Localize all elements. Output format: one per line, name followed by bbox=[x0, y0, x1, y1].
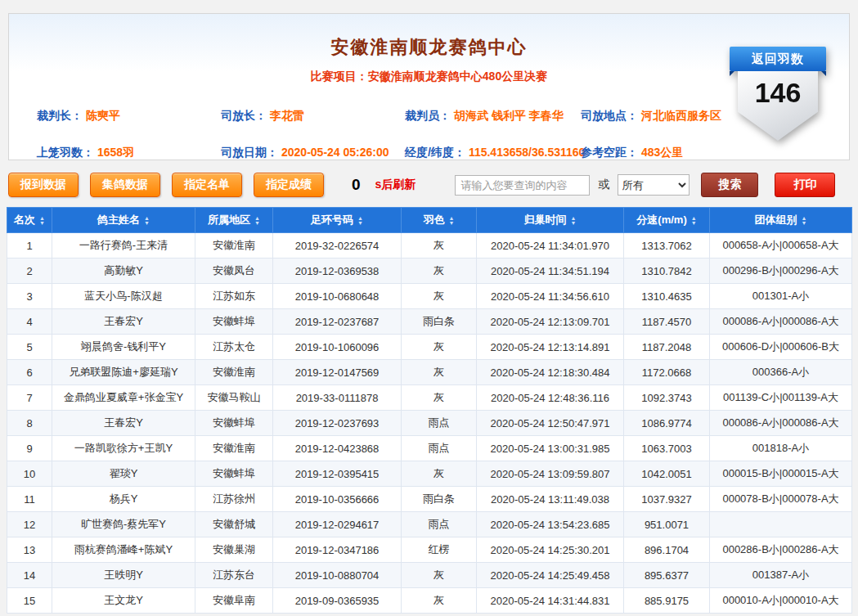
cell-ring-number: 2019-12-0237687 bbox=[273, 309, 402, 335]
sort-icon[interactable]: ▲▼ bbox=[357, 216, 363, 226]
cell-arrival-time: 2020-05-24 14:25:30.201 bbox=[477, 537, 624, 563]
column-header-team-group[interactable]: 团体组别▲▼ bbox=[710, 208, 852, 233]
cell-owner: 兄弟联盟陈迪+廖延瑞Y bbox=[52, 360, 195, 385]
filter-select[interactable]: 所有 bbox=[618, 174, 690, 196]
cell-ring-number: 2019-12-0395415 bbox=[273, 461, 402, 487]
table-row: 2高勤敏Y安徽凤台2019-12-0369538灰2020-05-24 11:3… bbox=[7, 259, 852, 284]
info-value: 2020-05-24 05:26:00 bbox=[281, 146, 389, 159]
sort-down-icon: ▼ bbox=[449, 221, 455, 226]
column-header-arrival-time[interactable]: 归巢时间▲▼ bbox=[477, 208, 624, 233]
cell-owner: 金鼎鸽业夏威章+张金宝Y bbox=[52, 385, 195, 411]
cell-feather-color: 雨点 bbox=[402, 512, 477, 537]
cell-owner: 雨杭赛鸽潘峰+陈斌Y bbox=[52, 537, 195, 563]
cell-rank: 12 bbox=[7, 512, 52, 537]
cell-speed: 1092.3743 bbox=[624, 385, 710, 411]
sort-icon[interactable]: ▲▼ bbox=[449, 216, 455, 226]
sort-icon[interactable]: ▲▼ bbox=[144, 216, 150, 226]
info-label: 经度/纬度： bbox=[405, 146, 465, 159]
cell-speed: 895.6377 bbox=[624, 563, 710, 588]
cell-rank: 8 bbox=[7, 411, 52, 436]
results-table-body: 1一路行赛鸽-王来清安徽淮南2019-32-0226574灰2020-05-24… bbox=[7, 233, 852, 614]
basketing-data-button[interactable]: 集鸽数据 bbox=[90, 173, 160, 197]
cell-feather-color: 雨点 bbox=[402, 436, 477, 461]
cell-speed: 951.0071 bbox=[624, 512, 710, 537]
column-header-feather-color[interactable]: 羽色▲▼ bbox=[402, 208, 477, 233]
cell-team-group: 000086-A小|000086-A大 bbox=[710, 411, 852, 436]
info-label: 参考空距： bbox=[581, 146, 638, 159]
info-label: 裁判长： bbox=[37, 109, 83, 122]
cell-rank: 2 bbox=[7, 259, 52, 284]
cell-region: 安徽凤台 bbox=[195, 259, 273, 284]
cell-speed: 885.9175 bbox=[624, 588, 710, 614]
column-label: 团体组别 bbox=[755, 214, 797, 226]
cell-rank: 9 bbox=[7, 436, 52, 461]
search-input[interactable] bbox=[455, 175, 590, 196]
cell-rank: 1 bbox=[7, 233, 52, 259]
cell-region: 江苏东台 bbox=[195, 563, 273, 588]
cell-feather-color: 灰 bbox=[402, 284, 477, 309]
cell-ring-number: 2019-32-0226574 bbox=[273, 233, 402, 259]
cell-owner: 王春宏Y bbox=[52, 309, 195, 335]
cell-speed: 1042.0051 bbox=[624, 461, 710, 487]
table-row: 13雨杭赛鸽潘峰+陈斌Y安徽巢湖2019-12-0347186红楞2020-05… bbox=[7, 537, 852, 563]
results-table: 名次▲▼ 鸽主姓名▲▼ 所属地区▲▼ 足环号码▲▼ 羽色▲▼ 归巢时间▲▼ 分速… bbox=[7, 207, 852, 614]
column-header-ring-number[interactable]: 足环号码▲▼ bbox=[273, 208, 402, 233]
table-row: 12旷世赛鸽-蔡先军Y安徽舒城2019-12-0294617雨点2020-05-… bbox=[7, 512, 852, 537]
returned-count-badge: 返回羽数 146 bbox=[730, 47, 826, 141]
cell-arrival-time: 2020-05-24 13:11:49.038 bbox=[477, 487, 624, 512]
column-header-owner[interactable]: 鸽主姓名▲▼ bbox=[52, 208, 195, 233]
cell-team-group: 000606-D小|000606-B大 bbox=[710, 335, 852, 360]
sort-icon[interactable]: ▲▼ bbox=[691, 216, 697, 226]
cell-feather-color: 灰 bbox=[402, 588, 477, 614]
info-value: 483公里 bbox=[641, 146, 683, 159]
nominated-results-button[interactable]: 指定成绩 bbox=[254, 173, 324, 197]
badge-shield: 146 bbox=[738, 69, 818, 141]
cell-arrival-time: 2020-05-24 14:25:49.458 bbox=[477, 563, 624, 588]
sort-icon[interactable]: ▲▼ bbox=[571, 216, 577, 226]
table-row: 8王春宏Y安徽蚌埠2019-12-0237693雨点2020-05-24 12:… bbox=[7, 411, 852, 436]
cell-rank: 14 bbox=[7, 563, 52, 588]
nominated-list-button[interactable]: 指定名单 bbox=[172, 173, 242, 197]
cell-feather-color: 灰 bbox=[402, 385, 477, 411]
cell-speed: 1086.9774 bbox=[624, 411, 710, 436]
column-header-rank[interactable]: 名次▲▼ bbox=[7, 208, 52, 233]
column-label: 归巢时间 bbox=[524, 214, 567, 226]
column-header-region[interactable]: 所属地区▲▼ bbox=[195, 208, 273, 233]
cell-feather-color: 灰 bbox=[402, 335, 477, 360]
sort-icon[interactable]: ▲▼ bbox=[254, 216, 260, 226]
cell-team-group: 000296-B小|000296-A大 bbox=[710, 259, 852, 284]
column-label: 足环号码 bbox=[311, 214, 353, 226]
column-header-speed[interactable]: 分速(m/m)▲▼ bbox=[624, 208, 710, 233]
cell-feather-color: 灰 bbox=[402, 360, 477, 385]
info-chief-judge: 裁判长：陈奭平 bbox=[37, 109, 221, 124]
search-button[interactable]: 搜索 bbox=[701, 173, 758, 197]
cell-feather-color: 雨白条 bbox=[402, 487, 477, 512]
toolbar: 报到数据 集鸽数据 指定名单 指定成绩 0 s后刷新 或 所有 搜索 打印 bbox=[8, 172, 850, 198]
column-label: 名次 bbox=[14, 214, 35, 226]
cell-speed: 1063.7003 bbox=[624, 436, 710, 461]
cell-arrival-time: 2020-05-24 12:48:36.116 bbox=[477, 385, 624, 411]
info-value: 胡海武 钱利平 李春华 bbox=[454, 109, 564, 122]
refresh-label: s后刷新 bbox=[375, 178, 416, 192]
info-coordinates: 经度/纬度：115.413658/36.531160 bbox=[405, 146, 581, 160]
cell-arrival-time: 2020-05-24 11:34:56.610 bbox=[477, 284, 624, 309]
cell-region: 安徽淮南 bbox=[195, 233, 273, 259]
cell-rank: 3 bbox=[7, 284, 52, 309]
cell-team-group: 001139-C小|001139-A大 bbox=[710, 385, 852, 411]
cell-owner: 一路凯歌徐方+王凯Y bbox=[52, 436, 195, 461]
sort-down-icon: ▼ bbox=[39, 221, 45, 226]
page-title: 安徽淮南顺龙赛鸽中心 bbox=[9, 14, 849, 60]
cell-arrival-time: 2020-05-24 12:13:09.701 bbox=[477, 309, 624, 335]
cell-speed: 1187.2048 bbox=[624, 335, 710, 360]
or-label: 或 bbox=[598, 178, 609, 192]
sort-down-icon: ▼ bbox=[144, 221, 150, 226]
checkin-data-button[interactable]: 报到数据 bbox=[8, 173, 79, 197]
sort-icon[interactable]: ▲▼ bbox=[39, 216, 45, 226]
sort-down-icon: ▼ bbox=[691, 221, 697, 226]
cell-region: 安徽舒城 bbox=[195, 512, 273, 537]
sort-icon[interactable]: ▲▼ bbox=[802, 216, 807, 226]
table-row: 9一路凯歌徐方+王凯Y安徽淮南2019-12-0423868雨点2020-05-… bbox=[7, 436, 852, 461]
cell-rank: 6 bbox=[7, 360, 52, 385]
print-button[interactable]: 打印 bbox=[775, 173, 835, 197]
cell-rank: 13 bbox=[7, 537, 52, 563]
